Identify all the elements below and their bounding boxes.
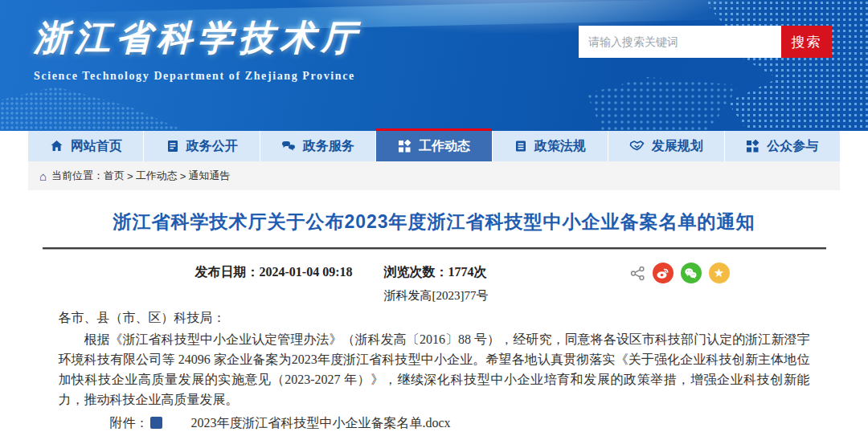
chat-icon [281, 140, 296, 153]
breadcrumb-item-notices[interactable]: 通知通告 [188, 169, 230, 183]
search-box: 搜索 [579, 26, 832, 58]
publish-date-value: 2024-01-04 09:18 [260, 265, 353, 279]
dots-decoration-left [0, 87, 185, 131]
nav-item-policies[interactable]: 政策法规 [493, 131, 608, 161]
article: 浙江省科学技术厅关于公布2023年度浙江省科技型中小企业备案名单的通知 发布日期… [43, 210, 826, 440]
nav-item-label: 政策法规 [534, 138, 586, 155]
site-logo: 浙江省科学技术厅 Science Technology Department o… [34, 14, 362, 83]
nav-item-gov-disclosure[interactable]: 政务公开 [144, 131, 260, 161]
nav-item-gov-services[interactable]: 政务服务 [260, 131, 376, 161]
document-icon [166, 140, 179, 153]
main-nav-inner: 网站首页 政务公开 政务服务 工作动态 政策法规 [28, 131, 840, 161]
nav-item-public-participation[interactable]: 公众参与 [725, 131, 840, 161]
main-navbar: 网站首页 政务公开 政务服务 工作动态 政策法规 [0, 131, 868, 161]
article-title: 浙江省科学技术厅关于公布2023年度浙江省科技型中小企业备案名单的通知 [43, 210, 826, 234]
view-count-value: 1774次 [448, 265, 487, 279]
handshake-icon [629, 140, 645, 153]
breadcrumb-prefix: 当前位置： [51, 169, 104, 183]
breadcrumb-bar: ⌂ 当前位置： 首页 > 工作动态 > 通知通告 [0, 161, 868, 190]
title-divider [43, 247, 826, 250]
salutation: 各市、县（市、区）科技局： [59, 308, 810, 328]
nav-item-home[interactable]: 网站首页 [28, 131, 144, 161]
nav-item-work-updates[interactable]: 工作动态 [376, 131, 492, 161]
nav-item-development-planning[interactable]: 发展规划 [608, 131, 724, 161]
nav-item-label: 网站首页 [71, 138, 122, 155]
nav-item-label: 政务服务 [303, 138, 354, 155]
view-count-label: 浏览次数： [384, 265, 448, 279]
breadcrumb-separator: > [180, 170, 186, 182]
publish-date: 发布日期：2024-01-04 09:18 [195, 264, 353, 281]
wechat-icon[interactable] [681, 263, 702, 283]
attachment-line: 附件： W 2023年度浙江省科技型中小企业备案名单.docx [59, 413, 810, 433]
home-small-icon: ⌂ [39, 169, 47, 183]
document-number: 浙科发高[2023]77号 [384, 288, 489, 304]
nav-item-label: 工作动态 [419, 138, 470, 155]
publish-date-label: 发布日期： [195, 265, 260, 279]
breadcrumb-separator: > [127, 170, 133, 182]
word-doc-icon: W [150, 417, 162, 429]
attachment-link[interactable]: 2023年度浙江省科技型中小企业备案名单.docx [166, 413, 451, 433]
weibo-icon[interactable] [653, 263, 674, 283]
article-body: 各市、县（市、区）科技局： 根据《浙江省科技型中小企业认定管理办法》（浙科发高〔… [43, 308, 826, 440]
nav-item-label: 政务公开 [186, 138, 238, 155]
page-content: 浙江省科学技术厅关于公布2023年度浙江省科技型中小企业备案名单的通知 发布日期… [0, 210, 868, 440]
site-logo-subtitle: Science Technology Department of Zhejian… [34, 70, 362, 83]
site-logo-title: 浙江省科学技术厅 [34, 14, 362, 62]
breadcrumb-item-home[interactable]: 首页 [104, 169, 125, 183]
article-paragraph: 根据《浙江省科技型中小企业认定管理办法》（浙科发高〔2016〕88 号），经研究… [59, 329, 810, 409]
view-count: 浏览次数：1774次 [384, 264, 487, 281]
article-meta: 发布日期：2024-01-04 09:18 浏览次数：1774次 浙科发高[20… [43, 261, 826, 303]
search-input[interactable] [579, 26, 781, 58]
world-map-dots-decoration-2 [587, 48, 739, 131]
search-button[interactable]: 搜索 [781, 26, 832, 58]
qzone-icon[interactable]: ★ [709, 263, 730, 283]
nav-item-label: 发展规划 [652, 138, 703, 155]
home-icon [50, 140, 63, 153]
participate-icon [746, 140, 760, 153]
blocks-icon [398, 140, 411, 153]
site-banner: 浙江省科学技术厅 Science Technology Department o… [0, 0, 868, 131]
share-network-icon[interactable] [630, 266, 645, 281]
list-icon [514, 140, 527, 153]
breadcrumb-item-work-updates[interactable]: 工作动态 [136, 169, 178, 183]
nav-item-label: 公众参与 [767, 138, 818, 155]
share-buttons: ★ [630, 263, 730, 283]
breadcrumb: ⌂ 当前位置： 首页 > 工作动态 > 通知通告 [28, 161, 840, 190]
